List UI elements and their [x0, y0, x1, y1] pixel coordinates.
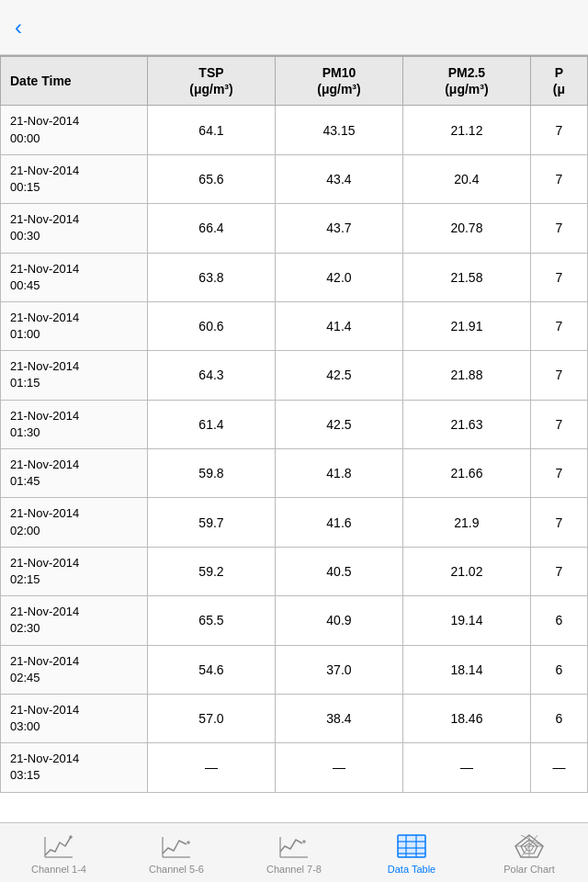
cell-p: 6 [530, 596, 587, 645]
cell-pm25: 18.46 [402, 694, 530, 742]
cell-tsp: 64.1 [148, 106, 276, 154]
cell-datetime: 21-Nov-2014 00:45 [1, 253, 148, 301]
table-row: 21-Nov-2014 01:0060.641.421.917 [1, 301, 588, 350]
cell-pm10: 40.5 [275, 547, 402, 595]
cell-pm10: 42.0 [275, 253, 402, 301]
cell-pm10: 43.15 [275, 106, 402, 154]
cell-p: — [530, 743, 587, 792]
cell-datetime: 21-Nov-2014 03:15 [1, 743, 148, 792]
header: ‹ [0, 0, 588, 55]
tab-channel-7-8[interactable]: Channel 7-8 [235, 823, 353, 882]
cell-pm25: 20.78 [402, 204, 530, 253]
tab-bar: Channel 1-4 Channel 5-6 Channel 7- [0, 822, 588, 882]
cell-pm25: 18.14 [402, 645, 530, 694]
cell-p: 7 [530, 301, 587, 350]
tab-channel-1-4-label: Channel 1-4 [31, 864, 86, 875]
table-row: 21-Nov-2014 00:3066.443.720.787 [1, 204, 588, 253]
cell-p: 7 [530, 498, 587, 547]
table-row: 21-Nov-2014 02:1559.240.521.027 [1, 547, 588, 595]
back-chevron-icon: ‹ [15, 17, 22, 39]
cell-pm10: 43.4 [275, 154, 402, 203]
table-header-row: Date Time TSP(μg/m³) PM10(μg/m³) PM2.5(μ… [1, 57, 588, 106]
cell-tsp: 63.8 [148, 253, 276, 301]
channel-1-4-icon [42, 831, 75, 861]
cell-datetime: 21-Nov-2014 03:00 [1, 694, 148, 742]
tab-polar-chart-label: Polar Chart [503, 864, 555, 875]
data-table-icon [395, 831, 428, 861]
cell-pm25: 21.9 [402, 498, 530, 547]
cell-p: 6 [530, 694, 587, 742]
cell-datetime: 21-Nov-2014 00:30 [1, 204, 148, 253]
tab-channel-5-6-label: Channel 5-6 [149, 864, 204, 875]
cell-p: 7 [530, 253, 587, 301]
col-header-pm25: PM2.5(μg/m³) [402, 57, 530, 106]
cell-p: 7 [530, 449, 587, 498]
cell-pm25: 21.12 [402, 106, 530, 154]
cell-pm25: 21.58 [402, 253, 530, 301]
tab-channel-7-8-label: Channel 7-8 [266, 864, 322, 875]
cell-pm10: 37.0 [275, 645, 402, 694]
cell-tsp: 61.4 [148, 400, 276, 448]
table-row: 21-Nov-2014 00:1565.643.420.47 [1, 154, 588, 203]
table-row: 21-Nov-2014 03:15———— [1, 743, 588, 792]
cell-datetime: 21-Nov-2014 01:00 [1, 301, 148, 350]
table-row: 21-Nov-2014 03:0057.038.418.466 [1, 694, 588, 742]
table-row: 21-Nov-2014 00:4563.842.021.587 [1, 253, 588, 301]
cell-pm10: 38.4 [275, 694, 402, 742]
col-header-p: P(μ [530, 57, 587, 106]
data-table-container: Date Time TSP(μg/m³) PM10(μg/m³) PM2.5(μ… [0, 55, 588, 822]
back-button[interactable]: ‹ [15, 17, 28, 39]
cell-datetime: 21-Nov-2014 02:15 [1, 547, 148, 595]
cell-tsp: 65.6 [148, 154, 276, 203]
cell-tsp: 54.6 [148, 645, 276, 694]
cell-tsp: 66.4 [148, 204, 276, 253]
cell-tsp: 57.0 [148, 694, 276, 742]
table-row: 21-Nov-2014 02:0059.741.621.97 [1, 498, 588, 547]
cell-pm25: 19.14 [402, 596, 530, 645]
cell-pm25: 21.66 [402, 449, 530, 498]
cell-tsp: — [148, 743, 276, 792]
tab-data-table-label: Data Table [388, 864, 435, 875]
cell-pm10: 42.5 [275, 351, 402, 400]
polar-chart-icon [513, 831, 546, 861]
cell-pm10: 40.9 [275, 596, 402, 645]
tab-channel-5-6[interactable]: Channel 5-6 [118, 823, 235, 882]
cell-pm25: 21.88 [402, 351, 530, 400]
table-row: 21-Nov-2014 02:3065.540.919.146 [1, 596, 588, 645]
cell-pm25: 21.63 [402, 400, 530, 448]
cell-p: 7 [530, 154, 587, 203]
cell-datetime: 21-Nov-2014 02:45 [1, 645, 148, 694]
cell-p: 7 [530, 547, 587, 595]
tab-data-table[interactable]: Data Table [353, 823, 470, 882]
cell-pm10: — [275, 743, 402, 792]
channel-7-8-icon [277, 831, 311, 861]
cell-datetime: 21-Nov-2014 00:00 [1, 106, 148, 154]
cell-datetime: 21-Nov-2014 00:15 [1, 154, 148, 203]
cell-tsp: 59.2 [148, 547, 276, 595]
cell-p: 6 [530, 645, 587, 694]
cell-tsp: 59.8 [148, 449, 276, 498]
cell-p: 7 [530, 351, 587, 400]
cell-datetime: 21-Nov-2014 01:15 [1, 351, 148, 400]
table-row: 21-Nov-2014 00:0064.143.1521.127 [1, 106, 588, 154]
cell-pm10: 41.8 [275, 449, 402, 498]
cell-pm10: 41.6 [275, 498, 402, 547]
cell-p: 7 [530, 400, 587, 448]
tab-channel-1-4[interactable]: Channel 1-4 [0, 823, 118, 882]
cell-pm10: 42.5 [275, 400, 402, 448]
cell-tsp: 65.5 [148, 596, 276, 645]
cell-datetime: 21-Nov-2014 01:45 [1, 449, 148, 498]
cell-pm25: — [402, 743, 530, 792]
cell-tsp: 60.6 [148, 301, 276, 350]
table-row: 21-Nov-2014 02:4554.637.018.146 [1, 645, 588, 694]
col-header-pm10: PM10(μg/m³) [275, 57, 402, 106]
cell-p: 7 [530, 106, 587, 154]
cell-datetime: 21-Nov-2014 02:30 [1, 596, 148, 645]
cell-tsp: 59.7 [148, 498, 276, 547]
tab-polar-chart[interactable]: Polar Chart [470, 823, 588, 882]
table-row: 21-Nov-2014 01:4559.841.821.667 [1, 449, 588, 498]
col-header-datetime: Date Time [1, 57, 148, 106]
table-row: 21-Nov-2014 01:3061.442.521.637 [1, 400, 588, 448]
cell-pm25: 20.4 [402, 154, 530, 203]
cell-datetime: 21-Nov-2014 01:30 [1, 400, 148, 448]
